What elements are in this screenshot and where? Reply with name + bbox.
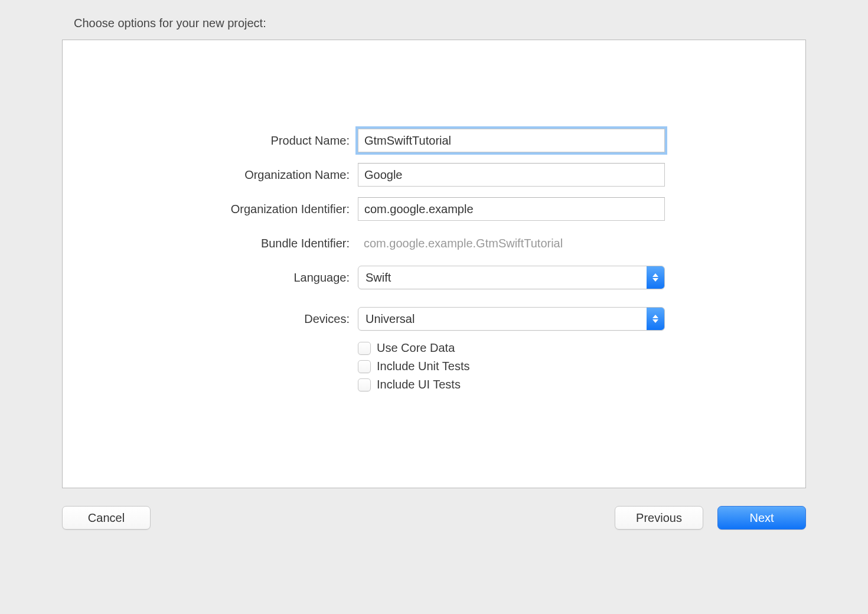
language-row: Language: Swift: [63, 266, 805, 289]
new-project-options-dialog: Choose options for your new project: Pro…: [47, 0, 821, 544]
include-ui-tests-row: Include UI Tests: [358, 378, 805, 391]
language-select-value: Swift: [366, 271, 391, 285]
use-core-data-label: Use Core Data: [377, 341, 455, 355]
product-name-input[interactable]: [358, 129, 665, 152]
use-core-data-row: Use Core Data: [358, 341, 805, 355]
project-options-form: Product Name: Organization Name: Organiz…: [63, 129, 805, 391]
checkbox-group: Use Core Data Include Unit Tests Include…: [358, 341, 805, 391]
previous-button[interactable]: Previous: [615, 506, 703, 530]
organization-identifier-label: Organization Identifier:: [63, 203, 358, 216]
content-panel: Product Name: Organization Name: Organiz…: [62, 40, 806, 488]
include-unit-tests-row: Include Unit Tests: [358, 360, 805, 373]
devices-label: Devices:: [63, 312, 358, 326]
updown-arrow-icon: [647, 266, 664, 289]
button-bar: Cancel Previous Next: [62, 506, 806, 530]
language-select[interactable]: Swift: [358, 266, 665, 289]
next-button[interactable]: Next: [717, 506, 806, 530]
updown-arrow-icon: [647, 308, 664, 330]
include-ui-tests-checkbox[interactable]: [358, 378, 371, 391]
include-unit-tests-checkbox[interactable]: [358, 360, 371, 373]
product-name-label: Product Name:: [63, 134, 358, 148]
include-unit-tests-label: Include Unit Tests: [377, 360, 470, 373]
dialog-title: Choose options for your new project:: [74, 17, 806, 30]
language-label: Language:: [63, 271, 358, 285]
product-name-row: Product Name:: [63, 129, 805, 152]
devices-select-value: Universal: [366, 312, 415, 326]
devices-select[interactable]: Universal: [358, 307, 665, 331]
organization-identifier-row: Organization Identifier:: [63, 197, 805, 221]
organization-name-row: Organization Name:: [63, 163, 805, 187]
bundle-identifier-value: com.google.example.GtmSwiftTutorial: [358, 231, 665, 255]
devices-row: Devices: Universal: [63, 307, 805, 331]
include-ui-tests-label: Include UI Tests: [377, 378, 461, 391]
cancel-button[interactable]: Cancel: [62, 506, 151, 530]
button-right-group: Previous Next: [615, 506, 806, 530]
bundle-identifier-row: Bundle Identifier: com.google.example.Gt…: [63, 231, 805, 255]
organization-identifier-input[interactable]: [358, 197, 665, 221]
organization-name-label: Organization Name:: [63, 168, 358, 182]
bundle-identifier-label: Bundle Identifier:: [63, 237, 358, 250]
use-core-data-checkbox[interactable]: [358, 342, 371, 355]
organization-name-input[interactable]: [358, 163, 665, 187]
